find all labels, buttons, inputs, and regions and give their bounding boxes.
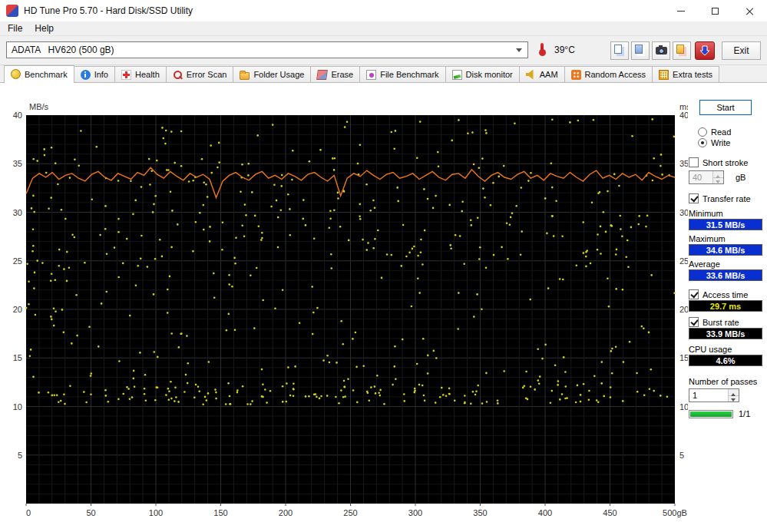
pass-progress-label: 1/1 bbox=[739, 409, 750, 418]
write-radio[interactable] bbox=[698, 138, 707, 147]
svg-text:200: 200 bbox=[279, 508, 293, 517]
svg-text:500gB: 500gB bbox=[663, 508, 687, 517]
file-benchmark-icon bbox=[366, 70, 376, 80]
extra-tests-icon bbox=[659, 70, 669, 80]
copy-pages-icon bbox=[614, 45, 622, 54]
tab-file-benchmark[interactable]: File Benchmark bbox=[359, 66, 445, 82]
benchmark-icon bbox=[11, 69, 21, 79]
tab-extra-tests[interactable]: Extra tests bbox=[652, 66, 719, 82]
random-access-icon bbox=[571, 70, 581, 80]
tab-error-scan[interactable]: Error Scan bbox=[166, 66, 234, 82]
svg-text:5: 5 bbox=[679, 451, 684, 460]
spinner-buttons[interactable] bbox=[728, 389, 739, 401]
transfer-rate-checkbox[interactable] bbox=[689, 193, 699, 203]
tab-health[interactable]: Health bbox=[114, 66, 167, 82]
svg-text:400: 400 bbox=[538, 508, 552, 517]
svg-text:40: 40 bbox=[13, 111, 22, 120]
tab-benchmark[interactable]: Benchmark bbox=[4, 65, 74, 83]
minimize-icon bbox=[677, 11, 685, 12]
copy-pages-button[interactable] bbox=[610, 41, 629, 60]
short-stroke-value: 40 bbox=[689, 171, 712, 183]
svg-text:100: 100 bbox=[149, 508, 163, 517]
svg-text:20: 20 bbox=[13, 305, 22, 314]
color-pages-icon bbox=[676, 45, 684, 54]
passes-spinner[interactable]: 1 bbox=[689, 388, 739, 402]
read-radio-row[interactable]: Read bbox=[689, 127, 762, 137]
maximize-icon bbox=[712, 8, 719, 15]
cpu-usage-label: CPU usage bbox=[689, 345, 762, 354]
spinner-buttons[interactable] bbox=[712, 171, 723, 183]
svg-text:150: 150 bbox=[213, 508, 227, 517]
capture-button[interactable] bbox=[695, 41, 715, 60]
pass-progress-row: 1/1 bbox=[689, 409, 762, 418]
svg-text:0: 0 bbox=[26, 508, 31, 517]
burst-rate-row[interactable]: Burst rate bbox=[689, 317, 762, 327]
menu-item-help[interactable]: Help bbox=[28, 21, 60, 35]
spin-down-icon[interactable] bbox=[729, 396, 739, 402]
svg-text:35: 35 bbox=[13, 159, 22, 168]
start-button[interactable]: Start bbox=[699, 100, 752, 115]
app-window: HD Tune Pro 5.70 - Hard Disk/SSD Utility… bbox=[0, 0, 767, 532]
drive-selector[interactable]: ADATA HV620 (500 gB) bbox=[6, 41, 528, 58]
tab-random-access[interactable]: Random Access bbox=[564, 66, 653, 82]
burst-rate-value: 33.9 MB/s bbox=[689, 328, 762, 339]
tab-label: Health bbox=[135, 70, 160, 79]
svg-text:50: 50 bbox=[86, 508, 95, 517]
svg-text:30: 30 bbox=[679, 208, 688, 217]
tab-info[interactable]: Info bbox=[74, 66, 115, 82]
spin-down-icon[interactable] bbox=[713, 178, 723, 184]
menu-item-file[interactable]: File bbox=[2, 21, 28, 35]
svg-text:350: 350 bbox=[473, 508, 487, 517]
benchmark-side-panel: Start Read Write Short stroke 40 gB bbox=[689, 100, 762, 418]
benchmark-chart: 5510101515202025253030353540400501001502… bbox=[3, 98, 688, 528]
access-time-checkbox[interactable] bbox=[689, 289, 699, 299]
burst-rate-label: Burst rate bbox=[703, 318, 739, 327]
svg-text:ms: ms bbox=[679, 102, 688, 111]
tab-disk-monitor[interactable]: Disk monitor bbox=[445, 66, 520, 82]
svg-text:30: 30 bbox=[13, 208, 22, 217]
drive-selector-value: ADATA HV620 (500 gB) bbox=[7, 45, 516, 55]
spin-up-icon[interactable] bbox=[729, 389, 739, 396]
tab-folder-usage[interactable]: Folder Usage bbox=[233, 66, 311, 82]
svg-text:35: 35 bbox=[679, 159, 688, 168]
short-stroke-checkbox[interactable] bbox=[689, 157, 699, 167]
copy-image-button[interactable] bbox=[631, 41, 650, 60]
transfer-rate-row[interactable]: Transfer rate bbox=[689, 193, 762, 203]
tab-label: Extra tests bbox=[673, 70, 712, 79]
folder-usage-icon bbox=[240, 72, 250, 80]
camera-icon bbox=[656, 47, 667, 55]
access-time-row[interactable]: Access time bbox=[689, 289, 762, 299]
short-stroke-spinner[interactable]: 40 bbox=[689, 170, 724, 184]
spin-up-icon[interactable] bbox=[713, 171, 723, 178]
transfer-rate-label: Transfer rate bbox=[703, 194, 751, 203]
svg-text:15: 15 bbox=[679, 353, 688, 362]
minimum-label: Minimum bbox=[689, 209, 762, 218]
erase-icon bbox=[317, 70, 329, 80]
burst-rate-checkbox[interactable] bbox=[689, 317, 699, 327]
health-icon bbox=[121, 70, 131, 80]
short-stroke-row[interactable]: Short stroke bbox=[689, 157, 762, 167]
tab-erase[interactable]: Erase bbox=[310, 66, 360, 82]
write-radio-row[interactable]: Write bbox=[689, 138, 762, 147]
write-label: Write bbox=[711, 138, 730, 147]
maximize-button[interactable] bbox=[698, 0, 732, 21]
toolbar-icon-group bbox=[610, 41, 691, 60]
svg-text:450: 450 bbox=[603, 508, 617, 517]
average-value: 33.6 MB/s bbox=[689, 269, 762, 281]
exit-button[interactable]: Exit bbox=[722, 41, 761, 60]
camera-button[interactable] bbox=[652, 41, 670, 60]
average-label: Average bbox=[689, 259, 762, 269]
svg-text:300: 300 bbox=[408, 508, 422, 517]
title-bar: HD Tune Pro 5.70 - Hard Disk/SSD Utility bbox=[0, 0, 767, 21]
info-icon bbox=[81, 70, 91, 80]
svg-text:20: 20 bbox=[679, 305, 688, 314]
svg-text:10: 10 bbox=[679, 402, 688, 411]
pass-progress-bar bbox=[689, 410, 733, 418]
svg-text:5: 5 bbox=[18, 451, 22, 460]
close-button[interactable] bbox=[732, 0, 767, 21]
read-radio[interactable] bbox=[698, 127, 707, 137]
short-stroke-label: Short stroke bbox=[703, 158, 748, 167]
color-pages-button[interactable] bbox=[673, 41, 691, 60]
minimize-button[interactable] bbox=[663, 0, 698, 21]
tab-aam[interactable]: AAM bbox=[519, 66, 565, 82]
